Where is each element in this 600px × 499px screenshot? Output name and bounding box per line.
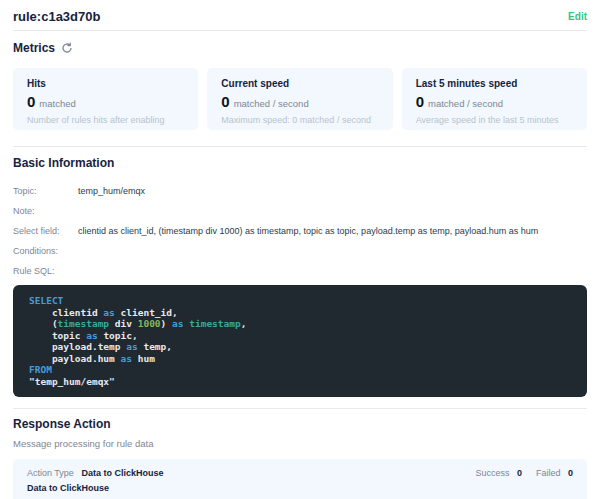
metric-card-current-speed: Current speed 0matched / second Maximum … [207,68,392,130]
info-label: Conditions: [13,243,78,263]
rule-sql-code-block: SELECT clientid as client_id, (timestamp… [13,285,587,397]
code-line: (timestamp div 1000) as timestamp, [29,318,571,330]
metric-cards: Hits 0matched Number of rules hits after… [13,68,587,130]
code-line: SELECT [29,295,571,307]
info-row-rule-sql: Rule SQL: [13,263,587,283]
info-value: clientid as client_id, (timestamp div 10… [78,223,538,243]
success-value: 0 [517,468,522,478]
section-divider [13,408,587,409]
metric-title: Last 5 minutes speed [416,78,573,89]
metric-unit: matched [39,98,75,109]
code-line: payload.temp as temp, [29,341,571,353]
success-label: Success [475,468,509,478]
metric-value: 0 [416,93,424,110]
info-label: Rule SQL: [13,263,78,283]
metric-card-5min-speed: Last 5 minutes speed 0matched / second A… [402,68,587,130]
metric-value: 0 [27,93,35,110]
info-row-topic: Topic: temp_hum/emqx [13,183,587,203]
code-line: payload.hum as hum [29,353,571,365]
action-name: Data to ClickHouse [27,483,573,493]
code-line: "temp_hum/emqx" [29,376,571,388]
metric-subtitle: Maximum speed: 0 matched / second [221,115,378,125]
action-type-row: Action Type Data to ClickHouse Success 0… [27,468,573,478]
page-header: rule:c1a3d70b Edit [13,0,587,31]
action-stats: Success 0 Failed 0 [475,468,573,478]
basic-info-title: Basic Information [13,156,587,170]
info-value: temp_hum/emqx [78,183,145,203]
response-action-card: Action Type Data to ClickHouse Success 0… [13,459,587,499]
code-line: FROM [29,364,571,376]
rule-detail-page: rule:c1a3d70b Edit Metrics Hits 0matched… [0,0,600,499]
success-stat: Success 0 [475,468,522,478]
info-row-conditions: Conditions: [13,243,587,263]
info-label: Select field: [13,223,78,243]
action-type-value: Data to ClickHouse [81,468,163,478]
metric-unit: matched / second [234,98,309,109]
info-label: Topic: [13,183,78,203]
page-title: rule:c1a3d70b [13,9,100,24]
response-action-subtitle: Message processing for rule data [13,438,587,449]
metric-subtitle: Average speed in the last 5 minutes [416,115,573,125]
action-type: Action Type Data to ClickHouse [27,468,163,478]
info-label: Note: [13,203,78,223]
refresh-icon[interactable] [61,42,73,54]
metric-unit: matched / second [428,98,503,109]
failed-value: 0 [568,468,573,478]
metric-title: Current speed [221,78,378,89]
action-type-label: Action Type [27,468,74,478]
code-line: topic as topic, [29,330,571,342]
failed-stat: Failed 0 [536,468,573,478]
edit-button[interactable]: Edit [568,11,587,22]
metrics-title: Metrics [13,41,55,55]
failed-label: Failed [536,468,561,478]
info-row-select-field: Select field: clientid as client_id, (ti… [13,223,587,243]
info-row-note: Note: [13,203,587,223]
metric-card-hits: Hits 0matched Number of rules hits after… [13,68,198,130]
metrics-header: Metrics [13,41,587,55]
metric-value: 0 [221,93,229,110]
metric-title: Hits [27,78,184,89]
section-divider [13,146,587,147]
metric-subtitle: Number of rules hits after enabling [27,115,184,125]
response-action-title: Response Action [13,417,587,431]
code-line: clientid as client_id, [29,307,571,319]
basic-info-rows: Topic: temp_hum/emqx Note: Select field:… [13,183,587,283]
